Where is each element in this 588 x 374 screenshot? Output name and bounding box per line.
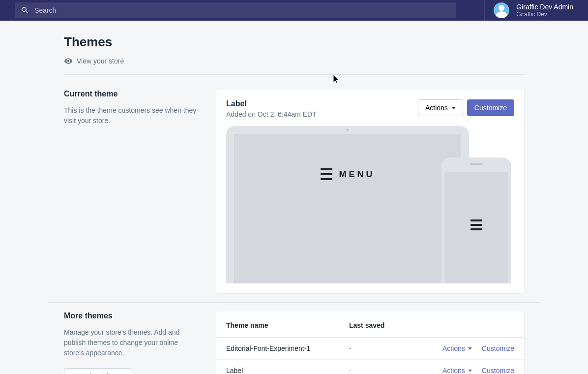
more-themes-info: More themes Manage your store's themes. … [64,312,197,374]
page-title: Themes [64,34,524,50]
app-header: Giraffic Dev Admin Giraffic Dev [0,0,588,21]
table-header: Theme name Last saved [216,312,524,338]
caret-down-icon [468,347,472,350]
card-actions: Actions Customize [418,99,514,116]
more-themes-heading: More themes [64,312,197,320]
theme-row-actions: Actions Customize [442,344,514,352]
customize-button[interactable]: Customize [467,99,514,116]
user-menu[interactable]: Giraffic Dev Admin Giraffic Dev [484,0,573,21]
hamburger-icon [470,219,482,230]
view-store-label: View your store [77,57,124,65]
caret-down-icon [468,370,472,372]
main-content: Themes View your store Current theme Thi… [0,21,588,374]
more-themes-section: More themes Manage your store's themes. … [64,312,524,374]
current-theme-section: Current theme This is the theme customer… [64,90,524,293]
caret-down-icon [452,107,456,109]
theme-row-actions: Actions Customize [442,367,514,374]
user-name: Giraffic Dev Admin [516,3,573,11]
view-store-link[interactable]: View your store [64,57,524,65]
table-row: Label - Actions Customize [216,360,524,374]
row-actions-label: Actions [442,344,465,352]
user-sub: Giraffic Dev [516,11,573,18]
tablet-screen: MENU [234,134,461,283]
avatar [494,2,509,18]
phone-speaker [470,163,483,165]
theme-added-date: Added on Oct 2, 6:44am EDT [226,110,317,118]
upload-theme-button[interactable]: Upload theme [64,368,131,374]
theme-row-name: Label [226,367,349,374]
user-info: Giraffic Dev Admin Giraffic Dev [516,3,573,18]
current-theme-heading: Current theme [64,90,197,98]
theme-name: Label [226,99,317,108]
col-theme-name: Theme name [226,321,349,329]
preview-menu: MENU [321,168,375,180]
row-actions-link[interactable]: Actions [442,367,472,374]
actions-button[interactable]: Actions [418,99,463,116]
row-customize-link[interactable]: Customize [482,367,514,374]
current-theme-desc: This is the theme customers see when the… [64,105,197,126]
phone-preview [441,157,511,283]
more-themes-card: Theme name Last saved Editorial-Font-Exp… [216,312,524,374]
search-icon [21,6,29,15]
more-themes-desc: Manage your store's themes. Add and publ… [64,327,197,358]
divider [64,74,524,75]
eye-icon [64,57,73,65]
row-actions-label: Actions [442,367,465,374]
actions-label: Actions [425,104,448,112]
theme-preview: MENU [216,126,524,293]
col-last-saved: Last saved [349,321,514,329]
current-theme-card: Label Added on Oct 2, 6:44am EDT Actions… [216,90,524,293]
tablet-preview: MENU [226,126,469,283]
row-customize-link[interactable]: Customize [482,344,514,352]
search-container[interactable] [15,2,456,18]
table-row: Editorial-Font-Experiment-1 - Actions Cu… [216,338,524,360]
card-header: Label Added on Oct 2, 6:44am EDT Actions… [216,90,524,126]
section-divider [48,302,540,303]
row-actions-link[interactable]: Actions [442,344,472,352]
current-theme-info: Current theme This is the theme customer… [64,90,197,293]
theme-row-saved: - [349,344,442,352]
phone-screen [444,172,508,283]
hamburger-icon [321,168,332,180]
theme-row-saved: - [349,367,442,374]
preview-menu-text: MENU [339,169,375,180]
theme-row-name: Editorial-Font-Experiment-1 [226,344,349,352]
search-input[interactable] [34,6,450,14]
tablet-camera [347,129,349,131]
